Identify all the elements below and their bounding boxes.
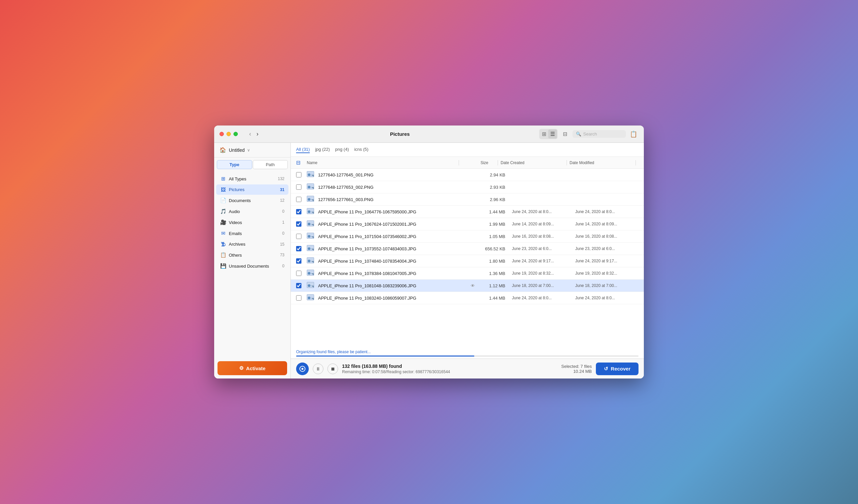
unsaved-label: Unsaved Documents	[229, 264, 280, 269]
grid-view-button[interactable]: ⊞	[540, 130, 548, 139]
file-icon	[307, 171, 316, 178]
table-row[interactable]: APPLE_iPhone 11 Pro_1064776-1067595000.J…	[291, 206, 644, 218]
file-icon	[307, 208, 316, 215]
file-size: 1.44 MB	[479, 296, 512, 300]
row-checkbox-2[interactable]	[296, 197, 307, 202]
file-name: APPLE_iPhone 11 Pro_1078384-1081047005.J…	[318, 271, 471, 276]
table-row[interactable]: 1277656-1277661_003.PNG 2.96 KB	[291, 193, 644, 206]
preview-eye-icon[interactable]: 👁	[471, 283, 479, 288]
row-checkbox-3[interactable]	[296, 209, 307, 214]
file-icon	[307, 294, 316, 302]
minimize-button[interactable]	[226, 132, 231, 136]
file-icon	[307, 245, 316, 252]
file-size: 656.52 KB	[479, 246, 512, 251]
file-size: 1.36 MB	[479, 271, 512, 276]
file-name: APPLE_iPhone 11 Pro_1081048-1083239006.J…	[318, 283, 471, 288]
row-checkbox-0[interactable]	[296, 172, 307, 177]
nav-forward-button[interactable]: ›	[254, 130, 260, 138]
maximize-button[interactable]	[234, 132, 238, 136]
sidebar-item-others[interactable]: 📋 Others 73	[216, 250, 288, 260]
preview-button[interactable]: 📋	[629, 129, 638, 139]
progress-bar	[296, 356, 638, 357]
divider3	[567, 160, 567, 165]
recover-button[interactable]: ↺ Recover	[596, 362, 638, 375]
progress-label: Organizing found files, please be patien…	[296, 349, 638, 354]
table-row[interactable]: APPLE_iPhone 11 Pro_1071504-1073546002.J…	[291, 230, 644, 243]
others-label: Others	[229, 253, 277, 258]
all-types-icon: ⊞	[220, 176, 226, 182]
archives-count: 15	[280, 242, 284, 247]
table-row[interactable]: 1277648-1277653_002.PNG 2.93 KB	[291, 181, 644, 193]
scan-info: 132 files (163.88 MB) found Remaining ti…	[342, 363, 557, 374]
file-modified: June 23, 2020 at 6:0...	[575, 246, 638, 251]
row-checkbox-9[interactable]	[296, 283, 307, 288]
sidebar-item-archives[interactable]: 🗜 Archives 15	[216, 239, 288, 249]
table-row[interactable]: APPLE_iPhone 11 Pro_1078384-1081047005.J…	[291, 267, 644, 280]
audio-count: 0	[282, 209, 284, 214]
file-tab-icns[interactable]: icns (5)	[354, 146, 368, 153]
scan-button[interactable]	[296, 362, 309, 375]
stop-button[interactable]: ⏹	[328, 363, 338, 374]
archives-label: Archives	[229, 242, 277, 247]
row-checkbox-1[interactable]	[296, 184, 307, 190]
view-toggle: ⊞ ☰	[539, 129, 558, 139]
row-checkbox-7[interactable]	[296, 258, 307, 264]
videos-icon: 🎥	[220, 220, 226, 225]
file-size: 2.94 KB	[479, 173, 512, 177]
row-checkbox-8[interactable]	[296, 271, 307, 276]
file-created: June 23, 2020 at 6:0...	[512, 246, 575, 251]
file-name: 1277640-1277645_001.PNG	[318, 173, 471, 177]
row-checkbox-10[interactable]	[296, 295, 307, 300]
table-row[interactable]: APPLE_iPhone 11 Pro_1073552-1074834003.J…	[291, 243, 644, 255]
file-tab-jpg[interactable]: jpg (22)	[315, 146, 330, 153]
file-modified: June 24, 2020 at 8:0...	[575, 296, 638, 300]
close-button[interactable]	[220, 132, 224, 136]
sidebar-item-documents[interactable]: 📄 Documents 12	[216, 195, 288, 206]
progress-fill	[296, 356, 474, 357]
main-content: 🏠 Untitled ∨ Type Path ⊞ All Types 132 🖼…	[214, 143, 644, 378]
sidebar-item-videos[interactable]: 🎥 Videos 1	[216, 217, 288, 228]
sidebar-item-emails[interactable]: ✉ Emails 0	[216, 228, 288, 239]
file-modified: June 16, 2020 at 8:08...	[575, 234, 638, 239]
bottom-bar: ⏸ ⏹ 132 files (163.88 MB) found Remainin…	[291, 359, 644, 378]
file-tab-all[interactable]: All (31)	[296, 146, 310, 153]
table-row[interactable]: APPLE_iPhone 11 Pro_1083240-1086059007.J…	[291, 292, 644, 304]
row-checkbox-5[interactable]	[296, 234, 307, 239]
file-tab-png[interactable]: png (4)	[335, 146, 349, 153]
pictures-label: Pictures	[229, 187, 277, 192]
others-icon: 📋	[220, 252, 226, 258]
file-created: June 24, 2020 at 9:17...	[512, 259, 575, 263]
search-input[interactable]	[583, 131, 622, 136]
file-name: APPLE_iPhone 11 Pro_1067624-1071502001.J…	[318, 222, 471, 227]
table-row[interactable]: 1277640-1277645_001.PNG 2.94 KB	[291, 169, 644, 181]
home-icon: 🏠	[220, 147, 226, 153]
table-row[interactable]: APPLE_iPhone 11 Pro_1074840-1078354004.J…	[291, 255, 644, 267]
filter-button[interactable]: ⊟	[560, 130, 570, 139]
activate-button[interactable]: ⚙ Activate	[218, 361, 287, 375]
activate-label: Activate	[246, 365, 266, 371]
table-row[interactable]: APPLE_iPhone 11 Pro_1081048-1083239006.J…	[291, 280, 644, 292]
svg-point-1	[301, 368, 303, 370]
table-row[interactable]: APPLE_iPhone 11 Pro_1067624-1071502001.J…	[291, 218, 644, 230]
file-icon	[307, 221, 316, 228]
file-created: June 16, 2020 at 8:08...	[512, 234, 575, 239]
row-checkbox-4[interactable]	[296, 222, 307, 227]
tab-path[interactable]: Path	[253, 160, 288, 169]
pause-icon: ⏸	[316, 366, 320, 372]
col-name-header: Name	[307, 160, 456, 165]
nav-back-button[interactable]: ‹	[247, 130, 253, 138]
list-view-button[interactable]: ☰	[548, 130, 557, 139]
sidebar-header: 🏠 Untitled ∨	[214, 143, 290, 158]
select-all-check[interactable]: ⊟	[296, 160, 307, 166]
app-window: ‹ › Pictures ⊞ ☰ ⊟ 🔍 📋 🏠 Untitled ∨	[214, 126, 644, 378]
sidebar-item-unsaved[interactable]: 💾 Unsaved Documents 0	[216, 261, 288, 271]
file-name: 1277656-1277661_003.PNG	[318, 197, 471, 202]
file-name: APPLE_iPhone 11 Pro_1071504-1073546002.J…	[318, 234, 471, 239]
tab-type[interactable]: Type	[217, 160, 252, 169]
sidebar-item-pictures[interactable]: 🖼 Pictures 31	[216, 184, 288, 195]
row-checkbox-6[interactable]	[296, 246, 307, 251]
pause-button[interactable]: ⏸	[313, 363, 323, 374]
pictures-icon: 🖼	[220, 187, 226, 192]
sidebar-item-audio[interactable]: 🎵 Audio 0	[216, 206, 288, 217]
sidebar-item-all-types[interactable]: ⊞ All Types 132	[216, 174, 288, 184]
